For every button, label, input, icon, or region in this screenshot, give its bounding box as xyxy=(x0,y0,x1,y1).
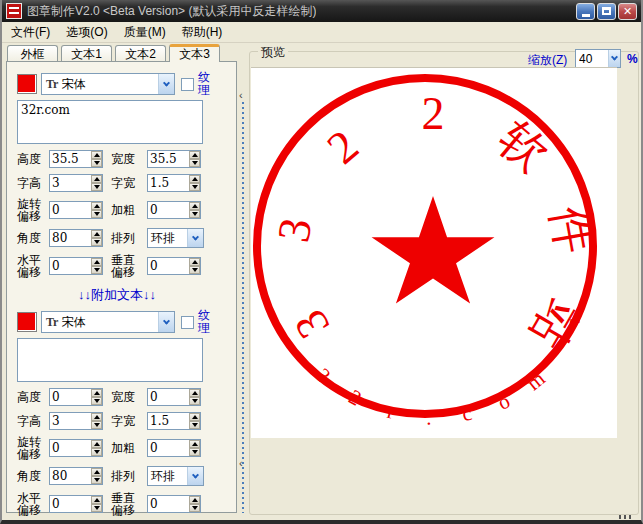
bold-input[interactable] xyxy=(148,202,189,218)
zoom-value-input[interactable] xyxy=(576,52,608,66)
tab-text1[interactable]: 文本1 xyxy=(61,45,112,62)
spin-up-button[interactable] xyxy=(91,175,102,183)
arrow-up-icon xyxy=(192,204,198,208)
additional-v-offset-spinner xyxy=(147,495,201,513)
char-height-input[interactable] xyxy=(50,175,91,191)
additional-arrange-select[interactable]: 环排 xyxy=(147,466,204,486)
spin-up-button[interactable] xyxy=(91,258,102,266)
spin-down-button[interactable] xyxy=(91,476,102,484)
zoom-select[interactable] xyxy=(575,49,621,68)
spin-up-button[interactable] xyxy=(189,413,200,421)
spin-down-button[interactable] xyxy=(91,397,102,405)
spin-down-button[interactable] xyxy=(189,504,200,512)
spin-up-button[interactable] xyxy=(189,389,200,397)
additional-angle-spinner xyxy=(49,467,103,485)
stamp-text-input[interactable]: 32r.com xyxy=(17,100,203,144)
additional-char-height-input[interactable] xyxy=(50,413,91,429)
spin-up-button[interactable] xyxy=(91,151,102,159)
spin-down-button[interactable] xyxy=(91,266,102,274)
zoom-dropdown-button[interactable] xyxy=(608,50,620,67)
spin-down-button[interactable] xyxy=(189,159,200,167)
spin-up-button[interactable] xyxy=(91,389,102,397)
spin-down-button[interactable] xyxy=(189,183,200,191)
spin-up-button[interactable] xyxy=(189,202,200,210)
menu-help[interactable]: 帮助(H) xyxy=(177,22,228,43)
collapse-left-icon[interactable]: ‹ xyxy=(239,90,243,100)
tab-text3[interactable]: 文本3 xyxy=(169,44,220,62)
v-offset-input[interactable] xyxy=(148,258,189,274)
minimize-button[interactable] xyxy=(576,3,595,20)
width-label: 宽度 xyxy=(105,153,145,165)
char-width-input[interactable] xyxy=(148,175,189,191)
additional-char-width-input[interactable] xyxy=(148,413,189,429)
arrange-select[interactable]: 环排 xyxy=(147,228,204,248)
tab-frame[interactable]: 外框 xyxy=(7,45,58,62)
spin-down-button[interactable] xyxy=(189,210,200,218)
spin-down-button[interactable] xyxy=(189,266,200,274)
additional-font-select[interactable]: Tr 宋体 xyxy=(41,311,175,333)
rotate-offset-input[interactable] xyxy=(50,202,91,218)
menu-quality[interactable]: 质量(M) xyxy=(119,22,171,43)
arrange-dropdown-button[interactable] xyxy=(187,467,203,485)
spin-down-button[interactable] xyxy=(91,421,102,429)
percent-label: % xyxy=(627,52,638,66)
spin-up-button[interactable] xyxy=(189,496,200,504)
texture-checkbox[interactable] xyxy=(181,78,194,91)
spin-down-button[interactable] xyxy=(189,397,200,405)
spin-down-button[interactable] xyxy=(91,210,102,218)
additional-font-dropdown-button[interactable] xyxy=(158,312,174,332)
menu-options[interactable]: 选项(O) xyxy=(61,22,112,43)
spin-down-button[interactable] xyxy=(189,448,200,456)
additional-angle-input[interactable] xyxy=(50,468,91,484)
width-input[interactable] xyxy=(148,151,189,167)
spin-up-button[interactable] xyxy=(91,202,102,210)
spin-up-button[interactable] xyxy=(91,440,102,448)
spin-up-button[interactable] xyxy=(91,468,102,476)
additional-rotate-offset-input[interactable] xyxy=(50,440,91,456)
height-label: 高度 xyxy=(17,153,47,165)
additional-color-swatch-button[interactable] xyxy=(17,312,37,332)
arrow-up-icon xyxy=(94,260,100,264)
spin-down-button[interactable] xyxy=(91,504,102,512)
spin-up-button[interactable] xyxy=(189,440,200,448)
spin-down-button[interactable] xyxy=(91,183,102,191)
spin-up-button[interactable] xyxy=(91,413,102,421)
spin-up-button[interactable] xyxy=(189,258,200,266)
close-button[interactable]: ✕ xyxy=(618,3,637,20)
maximize-button[interactable] xyxy=(597,3,616,20)
resize-grip[interactable] xyxy=(619,515,631,519)
spin-up-button[interactable] xyxy=(91,496,102,504)
font-name: 宋体 xyxy=(61,76,158,93)
spin-down-button[interactable] xyxy=(91,238,102,246)
spin-up-button[interactable] xyxy=(189,151,200,159)
panel-splitter[interactable]: ‹ ‹ xyxy=(239,66,248,513)
additional-texture-checkbox[interactable] xyxy=(181,316,194,329)
minimize-icon xyxy=(582,14,590,17)
tab-text2[interactable]: 文本2 xyxy=(115,45,166,62)
additional-text-input[interactable] xyxy=(17,338,203,382)
spin-up-button[interactable] xyxy=(189,175,200,183)
menu-file[interactable]: 文件(F) xyxy=(6,22,55,43)
collapse-left-icon[interactable]: ‹ xyxy=(239,458,243,468)
preview-canvas: 3322软件站32r.com xyxy=(251,67,617,438)
additional-width-input[interactable] xyxy=(148,389,189,405)
menubar: 文件(F) 选项(O) 质量(M) 帮助(H) xyxy=(2,22,641,43)
font-dropdown-button[interactable] xyxy=(158,74,174,94)
font-select[interactable]: Tr 宋体 xyxy=(41,73,175,95)
spin-down-button[interactable] xyxy=(189,421,200,429)
additional-height-input[interactable] xyxy=(50,389,91,405)
spin-down-button[interactable] xyxy=(91,159,102,167)
angle-input[interactable] xyxy=(50,230,91,246)
spin-up-button[interactable] xyxy=(91,230,102,238)
spin-down-button[interactable] xyxy=(91,448,102,456)
height-input[interactable] xyxy=(50,151,91,167)
additional-v-offset-input[interactable] xyxy=(148,496,189,512)
additional-bold-input[interactable] xyxy=(148,440,189,456)
color-swatch-button[interactable] xyxy=(17,74,37,94)
additional-h-offset-input[interactable] xyxy=(50,496,91,512)
arrange-dropdown-button[interactable] xyxy=(187,229,203,247)
h-offset-input[interactable] xyxy=(50,258,91,274)
v-offset-label: 垂直偏移 xyxy=(105,492,145,516)
additional-texture-label: 纹理 xyxy=(197,309,211,335)
additional-text-label[interactable]: ↓↓附加文本↓↓ xyxy=(17,286,217,304)
